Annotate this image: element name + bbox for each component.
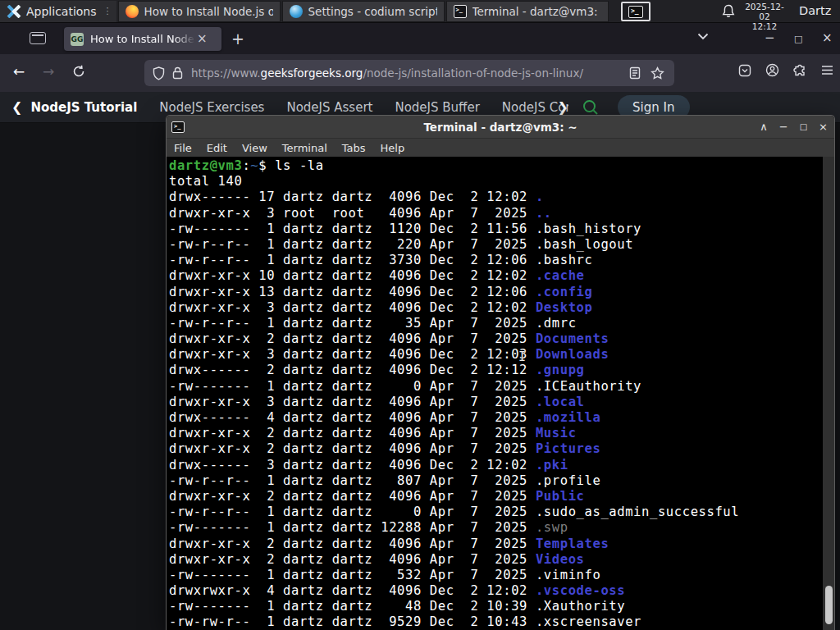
taskbar-item-vscodium[interactable]: Settings - codium script...	[282, 1, 445, 22]
terminal-line: -rw-r--r-- 1 dartz dartz 807 Apr 7 2025 …	[169, 473, 834, 489]
list-all-tabs-icon[interactable]	[697, 33, 709, 40]
terminal-menu-view[interactable]: View	[235, 142, 275, 154]
new-tab-button[interactable]: +	[231, 30, 244, 47]
terminal-icon	[454, 5, 467, 18]
account-icon[interactable]	[765, 63, 779, 77]
extensions-puzzle-icon[interactable]	[793, 63, 807, 77]
search-icon[interactable]	[582, 98, 600, 116]
terminal-scrollbar-thumb[interactable]	[825, 586, 833, 624]
terminal-line: drwxr-xr-x 2 dartz dartz 4096 Apr 7 2025…	[169, 536, 834, 552]
panel-grip-icon: ⋮	[103, 6, 112, 16]
tab-title: How to Install Node.js on	[90, 33, 195, 45]
back-button[interactable]: ←	[13, 63, 25, 80]
terminal-scrollbar[interactable]	[823, 157, 834, 630]
taskbar: How to Install Node.js o...Settings - co…	[116, 1, 609, 22]
browser-tab[interactable]: GG How to Install Node.js on ×	[64, 27, 221, 51]
terminal-title: Terminal - dartz@vm3: ~	[167, 121, 834, 134]
applications-menu-button[interactable]: Applications ⋮	[0, 1, 116, 22]
terminal-line: drwxr-xr-x 13 dartz dartz 4096 Dec 2 12:…	[169, 285, 834, 300]
distro-logo-icon	[7, 5, 21, 18]
terminal-titlebar[interactable]: Terminal - dartz@vm3: ~ ∧ − □ ×	[167, 116, 834, 138]
terminal-line: drwxr-xr-x 3 root root 4096 Apr 7 2025 .…	[169, 206, 834, 221]
terminal-output[interactable]: dartz@vm3:~$ ls -latotal 140drwx------ 1…	[167, 157, 834, 630]
clock-date: 2025-12-02	[741, 2, 788, 21]
panel-username: Dartz	[799, 4, 831, 17]
hamburger-menu-icon[interactable]	[821, 65, 833, 75]
padlock-icon[interactable]	[172, 66, 183, 80]
terminal-line: drwxr-xr-x 2 dartz dartz 4096 Apr 7 2025…	[169, 489, 834, 504]
nav-scroll-right-icon[interactable]: ❯	[557, 99, 568, 115]
terminal-line: -rw-rw-r-- 1 dartz dartz 9529 Dec 2 10:4…	[169, 614, 834, 630]
url-scheme: https://www.	[191, 66, 261, 80]
nav-item[interactable]: NodeJS Tutorial	[30, 100, 137, 115]
terminal-menu-tabs[interactable]: Tabs	[335, 142, 373, 154]
terminal-line: -rw-r--r-- 1 dartz dartz 0 Apr 7 2025 .s…	[169, 504, 834, 520]
firefox-tab-bar: GG How to Install Node.js on × + − □ ×	[0, 23, 840, 54]
nav-scroll-left-icon[interactable]: ❮	[11, 99, 22, 115]
taskbar-item-firefox[interactable]: How to Install Node.js o...	[118, 1, 281, 22]
terminal-line: drwxr-xr-x 3 dartz dartz 4096 Dec 2 12:0…	[169, 347, 834, 363]
forward-button[interactable]: →	[43, 63, 54, 80]
terminal-menu-file[interactable]: File	[167, 142, 199, 154]
terminal-line: drwxr-xr-x 2 dartz dartz 4096 Apr 7 2025…	[169, 426, 834, 441]
taskbar-item-terminal[interactable]: Terminal - dartz@vm3: ~	[446, 1, 609, 22]
terminal-line: drwxr-xr-x 10 dartz dartz 4096 Dec 2 12:…	[169, 268, 834, 284]
terminal-line: drwxr-xr-x 2 dartz dartz 4096 Apr 7 2025…	[169, 331, 834, 347]
nav-items: NodeJS TutorialNodeJS ExercisesNodeJS As…	[30, 100, 568, 115]
terminal-menu-edit[interactable]: Edit	[199, 142, 235, 154]
window-close-button[interactable]: ×	[822, 30, 833, 46]
terminal-line: drwx------ 3 dartz dartz 4096 Dec 2 12:0…	[169, 458, 834, 473]
reader-mode-icon[interactable]	[629, 66, 641, 80]
terminal-menubar: FileEditViewTerminalTabsHelp	[167, 138, 834, 157]
window-maximize-button[interactable]: □	[794, 31, 802, 48]
terminal-line: -rw-r--r-- 1 dartz dartz 220 Apr 7 2025 …	[169, 237, 834, 253]
terminal-line: drwxr-xr-x 3 dartz dartz 4096 Dec 2 12:0…	[169, 300, 834, 316]
terminal-line: -rw-r--r-- 1 dartz dartz 3730 Dec 2 12:0…	[169, 253, 834, 268]
nav-item[interactable]: NodeJS Exercises	[159, 100, 264, 115]
terminal-menu-terminal[interactable]: Terminal	[275, 142, 335, 154]
window-minimize-button[interactable]: −	[765, 30, 775, 46]
terminal-close-button[interactable]: ×	[819, 121, 828, 133]
terminal-line: dartz@vm3:~$ ls -la	[169, 158, 834, 174]
terminal-shade-button[interactable]: ∧	[760, 121, 768, 133]
terminal-line: -rw------- 1 dartz dartz 48 Dec 2 10:39 …	[169, 599, 834, 614]
firefox-view-icon[interactable]	[30, 32, 46, 44]
terminal-line: drwx------ 2 dartz dartz 4096 Dec 2 12:1…	[169, 363, 834, 378]
terminal-window: Terminal - dartz@vm3: ~ ∧ − □ × FileEdit…	[166, 115, 835, 630]
pocket-icon[interactable]	[738, 64, 751, 77]
terminal-maximize-button[interactable]: □	[800, 122, 807, 131]
bookmark-star-icon[interactable]	[651, 66, 664, 80]
vscodium-icon	[290, 5, 303, 18]
terminal-line: -rw------- 1 dartz dartz 0 Apr 7 2025 .I…	[169, 379, 834, 395]
nav-item[interactable]: NodeJS Buffer	[395, 100, 479, 115]
terminal-minimize-button[interactable]: −	[779, 121, 788, 133]
applications-label: Applications	[26, 5, 97, 18]
tab-close-icon[interactable]: ×	[197, 33, 208, 45]
terminal-line: -rw------- 1 dartz dartz 1120 Dec 2 11:5…	[169, 221, 834, 237]
nav-item[interactable]: NodeJS Assert	[286, 100, 372, 115]
tray-focused-window-indicator[interactable]	[621, 2, 651, 21]
terminal-line: drwx------ 4 dartz dartz 4096 Apr 7 2025…	[169, 410, 834, 426]
terminal-line: -rw-r--r-- 1 dartz dartz 35 Apr 7 2025 .…	[169, 316, 834, 331]
terminal-menu-help[interactable]: Help	[373, 142, 413, 154]
terminal-line: drwxr-xr-x 2 dartz dartz 4096 Apr 7 2025…	[169, 552, 834, 568]
terminal-line: drwxr-xr-x 2 dartz dartz 4096 Apr 7 2025…	[169, 441, 834, 457]
reload-icon[interactable]	[72, 65, 85, 78]
url-text: https://www.geeksforgeeks.org/node-js/in…	[191, 66, 629, 80]
url-bar[interactable]: https://www.geeksforgeeks.org/node-js/in…	[144, 60, 674, 86]
taskbar-item-label: How to Install Node.js o...	[144, 5, 273, 18]
tracking-protection-shield-icon[interactable]	[153, 66, 165, 80]
terminal-lines: dartz@vm3:~$ ls -latotal 140drwx------ 1…	[169, 158, 834, 630]
url-domain: geeksforgeeks.org	[261, 66, 363, 80]
notification-bell-icon[interactable]	[722, 4, 735, 18]
terminal-tray-icon	[628, 6, 643, 18]
text-cursor-pointer: I	[518, 349, 526, 364]
firefox-toolbar: ← → ht	[0, 54, 840, 92]
terminal-line: drwx------ 17 dartz dartz 4096 Dec 2 12:…	[169, 189, 834, 205]
terminal-line: -rw------- 1 dartz dartz 12288 Apr 7 202…	[169, 520, 834, 536]
clock-time: 12:12	[741, 21, 788, 31]
url-path: /node-js/installation-of-node-js-on-linu…	[363, 66, 583, 80]
taskbar-item-label: Terminal - dartz@vm3: ~	[472, 5, 601, 18]
panel-clock[interactable]: 2025-12-02 12:12	[741, 2, 788, 31]
terminal-line: total 140	[169, 174, 834, 189]
